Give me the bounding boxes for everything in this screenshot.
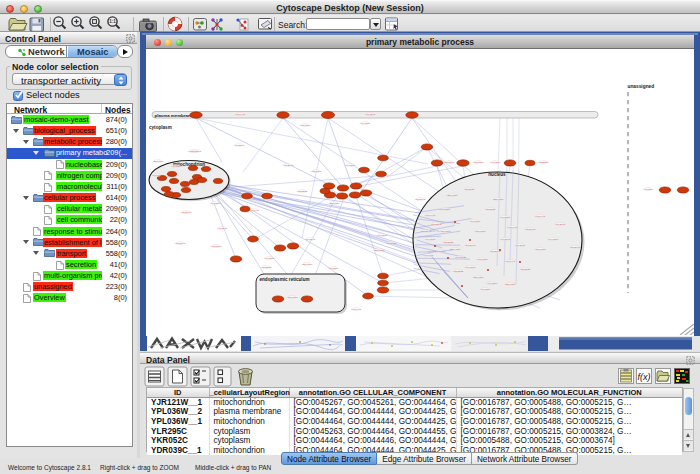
svg-text:YGR105W: YGR105W: [439, 230, 451, 233]
svg-text:1:1: 1:1: [109, 19, 116, 24]
svg-text:YGR105W: YGR105W: [476, 258, 488, 261]
svg-text:YOR222C: YOR222C: [464, 188, 475, 191]
svg-text:YDR284C: YDR284C: [181, 211, 192, 214]
svg-text:YKL120W: YKL120W: [465, 266, 477, 269]
svg-text:YDR284C: YDR284C: [444, 161, 455, 164]
svg-text:YPL234C: YPL234C: [305, 238, 316, 241]
svg-text:YLR044C: YLR044C: [425, 214, 436, 217]
svg-text:YJL133W: YJL133W: [487, 282, 498, 285]
svg-text:YBR085W: YBR085W: [449, 248, 461, 251]
svg-text:YOR222C: YOR222C: [538, 161, 549, 164]
svg-text:YKL120W: YKL120W: [490, 161, 502, 164]
svg-text:YJL133W: YJL133W: [440, 208, 451, 211]
svg-text:YJL133W: YJL133W: [171, 165, 182, 168]
svg-text:YPL234C: YPL234C: [500, 238, 511, 241]
svg-text:YKL120W: YKL120W: [345, 164, 357, 167]
svg-text:endoplasmic reticulum: endoplasmic reticulum: [260, 277, 310, 282]
svg-text:YPL234C: YPL234C: [555, 223, 566, 226]
svg-text:YGR105W: YGR105W: [310, 170, 322, 173]
svg-text:YKL120W: YKL120W: [264, 257, 276, 260]
svg-text:YGR105W: YGR105W: [472, 161, 484, 164]
svg-text:YBR085W: YBR085W: [373, 249, 385, 252]
svg-text:Search:: Search:: [278, 20, 307, 30]
svg-text:YLR044C: YLR044C: [235, 113, 246, 116]
svg-text:YLR044C: YLR044C: [152, 174, 163, 177]
svg-text:YOR222C: YOR222C: [443, 241, 454, 244]
svg-text:YPL234C: YPL234C: [515, 244, 526, 247]
svg-text:f(x): f(x): [638, 372, 651, 382]
svg-text:YDR284C: YDR284C: [421, 230, 432, 233]
svg-text:YLR044C: YLR044C: [249, 209, 260, 212]
svg-text:YPL234C: YPL234C: [234, 144, 245, 147]
svg-text:YKL120W: YKL120W: [360, 122, 372, 125]
svg-text:YGR105W: YGR105W: [474, 230, 486, 233]
svg-text:YPL234C: YPL234C: [431, 223, 442, 226]
svg-text:YLR044C: YLR044C: [535, 215, 546, 218]
svg-text:YGR105W: YGR105W: [299, 124, 311, 127]
svg-text:YLR044C: YLR044C: [423, 254, 434, 257]
svg-text:YLR044C: YLR044C: [351, 308, 362, 311]
svg-text:YBR085W: YBR085W: [152, 160, 164, 163]
svg-text:YJL133W: YJL133W: [435, 250, 446, 253]
svg-text:YBR085W: YBR085W: [504, 283, 516, 286]
svg-text:YKL120W: YKL120W: [377, 234, 389, 237]
svg-text:plasma membrane: plasma membrane: [155, 113, 194, 118]
svg-text:YPL234C: YPL234C: [455, 256, 466, 259]
svg-text:YKL120W: YKL120W: [425, 238, 437, 241]
svg-text:YBR085W: YBR085W: [301, 263, 313, 266]
svg-text:YJL133W: YJL133W: [328, 267, 339, 270]
svg-text:YJL133W: YJL133W: [500, 216, 511, 219]
svg-text:YPL234C: YPL234C: [217, 227, 228, 230]
svg-text:YOR222C: YOR222C: [453, 270, 464, 273]
svg-text:YJL133W: YJL133W: [643, 188, 654, 191]
svg-text:YBR085W: YBR085W: [472, 276, 484, 279]
svg-text:YDR284C: YDR284C: [175, 242, 186, 245]
svg-text:cytoplasm: cytoplasm: [149, 125, 172, 130]
svg-text:YGR105W: YGR105W: [286, 296, 298, 299]
svg-text:YBR085W: YBR085W: [328, 202, 340, 205]
svg-text:YOR222C: YOR222C: [386, 242, 397, 245]
svg-text:YDR284C: YDR284C: [415, 198, 426, 201]
svg-text:YOR222C: YOR222C: [297, 190, 308, 193]
svg-text:YDR284C: YDR284C: [525, 228, 536, 231]
svg-text:YJL133W: YJL133W: [480, 288, 491, 291]
svg-text:YBR085W: YBR085W: [492, 198, 504, 201]
svg-text:YOR222C: YOR222C: [261, 266, 272, 269]
svg-text:YLR044C: YLR044C: [507, 226, 518, 229]
svg-text:YOR222C: YOR222C: [485, 208, 496, 211]
svg-text:YOR222C: YOR222C: [520, 268, 531, 271]
svg-text:YGR105W: YGR105W: [210, 245, 222, 248]
svg-text:YPL234C: YPL234C: [191, 150, 202, 153]
svg-text:YBR085W: YBR085W: [446, 194, 458, 197]
svg-text:YDR284C: YDR284C: [570, 246, 581, 249]
svg-text:YGR105W: YGR105W: [534, 248, 546, 251]
svg-text:YKL120W: YKL120W: [548, 238, 560, 241]
svg-text:YJL133W: YJL133W: [210, 202, 221, 205]
svg-text:YDR284C: YDR284C: [283, 164, 294, 167]
svg-text:YDR284C: YDR284C: [465, 244, 476, 247]
svg-text:YLR044C: YLR044C: [505, 260, 516, 263]
svg-text:YPL234C: YPL234C: [365, 113, 376, 116]
svg-text:nucleus: nucleus: [488, 172, 506, 177]
svg-text:YKL120W: YKL120W: [470, 220, 482, 223]
svg-text:unassigned: unassigned: [628, 84, 655, 89]
